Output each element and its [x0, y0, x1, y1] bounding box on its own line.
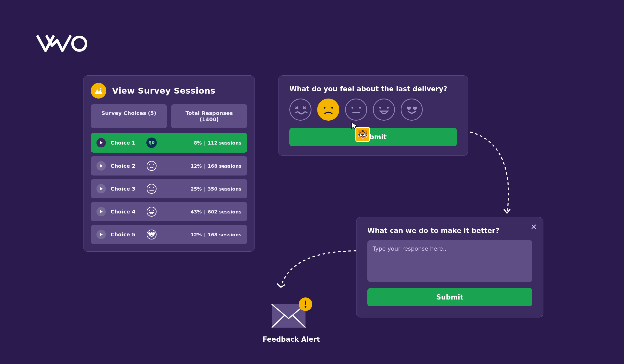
play-icon[interactable]	[96, 161, 106, 171]
svg-point-15	[351, 107, 353, 108]
choice-row[interactable]: Choice 325%|350 sessions	[91, 179, 247, 198]
rating-submit-button[interactable]: Submit	[289, 128, 457, 146]
choice-label: Choice 5	[110, 231, 142, 238]
canvas: View Survey Sessions Survey Choices (5) …	[0, 0, 624, 364]
choice-label: Choice 3	[110, 186, 142, 192]
svg-point-19	[387, 107, 389, 108]
choice-stat: 43%|602 sessions	[191, 209, 242, 214]
followup-question: What can we do to make it better?	[367, 227, 532, 235]
svg-point-6	[149, 187, 150, 188]
svg-point-13	[323, 107, 325, 108]
choice-stat: 12%|168 sessions	[191, 232, 242, 237]
choice-row[interactable]: Choice 512%|168 sessions	[91, 225, 247, 244]
play-icon[interactable]	[96, 138, 106, 147]
followup-card: What can we do to make it better? Type y…	[356, 217, 543, 317]
choice-stat: 8%|112 sessions	[194, 140, 242, 146]
close-icon[interactable]	[529, 222, 538, 231]
play-icon[interactable]	[96, 230, 106, 239]
svg-point-4	[153, 164, 154, 165]
choice-rows-list: Choice 18%|112 sessionsChoice 212%|168 s…	[91, 133, 247, 244]
feedback-alert: Feedback Alert	[263, 296, 320, 343]
svg-point-23	[305, 306, 307, 308]
svg-point-3	[149, 164, 150, 165]
svg-point-1	[100, 88, 101, 89]
sad-face-icon	[146, 161, 157, 171]
feedback-alert-label: Feedback Alert	[263, 335, 320, 343]
svg-point-9	[147, 207, 156, 216]
sessions-title: View Survey Sessions	[112, 86, 215, 96]
choice-stat: 25%|350 sessions	[191, 186, 242, 192]
rating-faces-row: 🐯	[289, 99, 457, 121]
svg-rect-22	[305, 301, 306, 305]
sick-face-button[interactable]	[289, 99, 311, 121]
mountain-icon	[91, 83, 106, 99]
tab-total-responses[interactable]: Total Responses (1400)	[171, 104, 247, 128]
rating-card: What do you feel about the last delivery…	[278, 75, 468, 156]
svg-point-18	[379, 107, 381, 108]
svg-point-16	[359, 107, 361, 108]
svg-point-0	[73, 37, 86, 50]
play-icon[interactable]	[96, 207, 106, 216]
tab-survey-choices[interactable]: Survey Choices (5)	[91, 104, 167, 128]
flow-arrow-icon	[265, 248, 359, 300]
tiger-avatar-icon: 🐯	[355, 127, 370, 142]
sessions-header: View Survey Sessions	[91, 83, 247, 99]
svg-point-2	[147, 161, 156, 171]
svg-point-10	[149, 210, 150, 211]
rating-question: What do you feel about the last delivery…	[289, 85, 457, 93]
choice-stat: 12%|168 sessions	[191, 163, 242, 169]
followup-response-input[interactable]: Type your response here..	[367, 240, 532, 282]
sad-face-button[interactable]	[317, 99, 339, 121]
sick-face-icon	[146, 138, 157, 148]
survey-sessions-card: View Survey Sessions Survey Choices (5) …	[83, 75, 255, 252]
choice-label: Choice 4	[110, 209, 142, 215]
svg-point-11	[153, 210, 154, 211]
love-face-button[interactable]	[401, 99, 423, 121]
svg-point-5	[147, 184, 156, 193]
flow-arrow-icon	[468, 130, 520, 224]
neutral-face-icon	[146, 184, 157, 194]
love-face-icon	[146, 230, 157, 239]
neutral-face-button[interactable]	[345, 99, 367, 121]
svg-point-7	[153, 187, 154, 188]
choice-row[interactable]: Choice 18%|112 sessions	[91, 133, 247, 153]
happy-face-icon	[146, 207, 157, 217]
sessions-tab-row: Survey Choices (5) Total Responses (1400…	[91, 104, 247, 128]
happy-face-button[interactable]	[373, 99, 395, 121]
followup-submit-button[interactable]: Submit	[367, 288, 532, 306]
svg-point-14	[331, 107, 333, 108]
vwo-logo	[36, 34, 88, 56]
choice-row[interactable]: Choice 443%|602 sessions	[91, 202, 247, 221]
choice-label: Choice 1	[110, 140, 142, 146]
play-icon[interactable]	[96, 184, 106, 193]
choice-label: Choice 2	[110, 163, 142, 169]
choice-row[interactable]: Choice 212%|168 sessions	[91, 156, 247, 176]
